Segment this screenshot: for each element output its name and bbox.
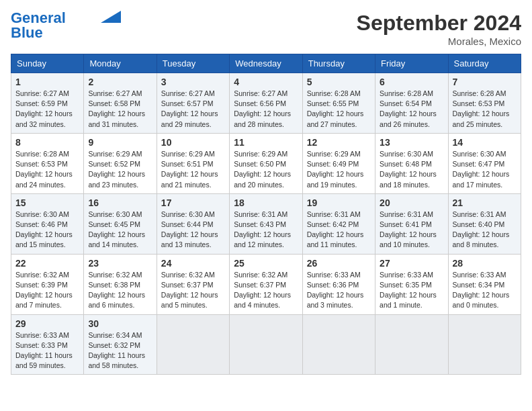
title-area: September 2024 Morales, Mexico [357,11,521,47]
calendar-week-row: 22Sunrise: 6:32 AMSunset: 6:39 PMDayligh… [11,254,521,314]
cell-content: Sunrise: 6:30 AMSunset: 6:44 PMDaylight:… [161,210,225,250]
calendar-day-cell: 23Sunrise: 6:32 AMSunset: 6:38 PMDayligh… [84,254,157,314]
cell-content: Sunrise: 6:33 AMSunset: 6:36 PMDaylight:… [307,270,371,311]
day-number: 24 [161,258,225,269]
day-number: 9 [88,137,152,148]
calendar-day-cell: 14Sunrise: 6:30 AMSunset: 6:47 PMDayligh… [448,133,521,193]
day-number: 11 [234,137,298,148]
calendar-day-cell: 26Sunrise: 6:33 AMSunset: 6:36 PMDayligh… [302,254,375,314]
cell-content: Sunrise: 6:33 AMSunset: 6:34 PMDaylight:… [453,270,517,311]
day-number: 13 [380,137,443,148]
day-number: 22 [15,258,79,269]
calendar-day-cell: 24Sunrise: 6:32 AMSunset: 6:37 PMDayligh… [157,254,229,314]
logo: General Blue [11,11,121,40]
location-title: Morales, Mexico [357,36,521,47]
cell-content: Sunrise: 6:28 AMSunset: 6:55 PMDaylight:… [307,89,371,130]
calendar-day-cell: 3Sunrise: 6:27 AMSunset: 6:57 PMDaylight… [157,73,229,134]
cell-content: Sunrise: 6:29 AMSunset: 6:49 PMDaylight:… [307,149,371,190]
cell-content: Sunrise: 6:32 AMSunset: 6:37 PMDaylight:… [161,270,225,311]
day-number: 23 [88,258,152,269]
calendar-day-cell: 29Sunrise: 6:33 AMSunset: 6:33 PMDayligh… [11,314,84,375]
cell-content: Sunrise: 6:31 AMSunset: 6:41 PMDaylight:… [380,210,443,250]
calendar-day-cell: 22Sunrise: 6:32 AMSunset: 6:39 PMDayligh… [11,254,84,314]
calendar-day-cell: 21Sunrise: 6:31 AMSunset: 6:40 PMDayligh… [448,193,521,254]
col-header-wednesday: Wednesday [230,54,302,73]
col-header-saturday: Saturday [448,54,521,73]
day-number: 2 [88,77,152,87]
cell-content: Sunrise: 6:30 AMSunset: 6:45 PMDaylight:… [88,210,152,250]
calendar-day-cell [157,314,229,375]
cell-content: Sunrise: 6:30 AMSunset: 6:46 PMDaylight:… [15,210,79,250]
page-header: General Blue September 2024 Morales, Mex… [11,11,521,47]
col-header-thursday: Thursday [302,54,375,73]
cell-content: Sunrise: 6:29 AMSunset: 6:52 PMDaylight:… [88,149,152,190]
cell-content: Sunrise: 6:31 AMSunset: 6:40 PMDaylight:… [453,210,517,250]
col-header-friday: Friday [375,54,448,73]
cell-content: Sunrise: 6:28 AMSunset: 6:53 PMDaylight:… [453,89,517,130]
calendar-table: SundayMondayTuesdayWednesdayThursdayFrid… [11,54,521,375]
day-number: 26 [307,258,371,269]
day-number: 21 [453,197,517,208]
calendar-day-cell: 11Sunrise: 6:29 AMSunset: 6:50 PMDayligh… [230,133,302,193]
day-number: 17 [161,197,225,208]
calendar-day-cell: 16Sunrise: 6:30 AMSunset: 6:45 PMDayligh… [84,193,157,254]
day-number: 14 [453,137,517,148]
day-number: 12 [307,137,371,148]
calendar-week-row: 15Sunrise: 6:30 AMSunset: 6:46 PMDayligh… [11,193,521,254]
day-number: 29 [15,318,79,329]
svg-marker-0 [101,11,121,23]
calendar-day-cell: 7Sunrise: 6:28 AMSunset: 6:53 PMDaylight… [448,73,521,134]
col-header-tuesday: Tuesday [157,54,229,73]
day-number: 27 [380,258,443,269]
logo-blue-text: Blue [11,24,43,41]
calendar-day-cell: 2Sunrise: 6:27 AMSunset: 6:58 PMDaylight… [84,73,157,134]
cell-content: Sunrise: 6:27 AMSunset: 6:57 PMDaylight:… [161,89,225,130]
calendar-day-cell: 13Sunrise: 6:30 AMSunset: 6:48 PMDayligh… [375,133,448,193]
col-header-sunday: Sunday [11,54,84,73]
calendar-day-cell: 25Sunrise: 6:32 AMSunset: 6:37 PMDayligh… [230,254,302,314]
cell-content: Sunrise: 6:27 AMSunset: 6:56 PMDaylight:… [234,89,298,130]
logo-text: General [11,11,66,26]
cell-content: Sunrise: 6:30 AMSunset: 6:48 PMDaylight:… [380,149,443,190]
calendar-day-cell: 20Sunrise: 6:31 AMSunset: 6:41 PMDayligh… [375,193,448,254]
calendar-week-row: 29Sunrise: 6:33 AMSunset: 6:33 PMDayligh… [11,314,521,375]
day-number: 28 [453,258,517,269]
day-number: 10 [161,137,225,148]
cell-content: Sunrise: 6:33 AMSunset: 6:33 PMDaylight:… [15,330,79,371]
calendar-week-row: 1Sunrise: 6:27 AMSunset: 6:59 PMDaylight… [11,73,521,134]
calendar-day-cell [375,314,448,375]
cell-content: Sunrise: 6:28 AMSunset: 6:54 PMDaylight:… [380,89,443,130]
calendar-day-cell: 5Sunrise: 6:28 AMSunset: 6:55 PMDaylight… [302,73,375,134]
calendar-day-cell: 30Sunrise: 6:34 AMSunset: 6:32 PMDayligh… [84,314,157,375]
calendar-day-cell: 4Sunrise: 6:27 AMSunset: 6:56 PMDaylight… [230,73,302,134]
calendar-day-cell: 17Sunrise: 6:30 AMSunset: 6:44 PMDayligh… [157,193,229,254]
calendar-day-cell: 8Sunrise: 6:28 AMSunset: 6:53 PMDaylight… [11,133,84,193]
calendar-week-row: 8Sunrise: 6:28 AMSunset: 6:53 PMDaylight… [11,133,521,193]
day-number: 5 [307,77,371,87]
day-number: 16 [88,197,152,208]
day-number: 25 [234,258,298,269]
day-number: 7 [453,77,517,87]
calendar-day-cell: 9Sunrise: 6:29 AMSunset: 6:52 PMDaylight… [84,133,157,193]
cell-content: Sunrise: 6:34 AMSunset: 6:32 PMDaylight:… [88,330,152,371]
calendar-day-cell: 1Sunrise: 6:27 AMSunset: 6:59 PMDaylight… [11,73,84,134]
calendar-day-cell: 10Sunrise: 6:29 AMSunset: 6:51 PMDayligh… [157,133,229,193]
day-number: 19 [307,197,371,208]
day-number: 6 [380,77,443,87]
day-number: 3 [161,77,225,87]
calendar-header-row: SundayMondayTuesdayWednesdayThursdayFrid… [11,54,521,73]
cell-content: Sunrise: 6:32 AMSunset: 6:37 PMDaylight:… [234,270,298,311]
logo-icon [101,11,121,23]
calendar-day-cell [448,314,521,375]
cell-content: Sunrise: 6:27 AMSunset: 6:59 PMDaylight:… [15,89,79,130]
calendar-day-cell: 12Sunrise: 6:29 AMSunset: 6:49 PMDayligh… [302,133,375,193]
calendar-day-cell [302,314,375,375]
cell-content: Sunrise: 6:27 AMSunset: 6:58 PMDaylight:… [88,89,152,130]
month-title: September 2024 [357,11,521,36]
cell-content: Sunrise: 6:29 AMSunset: 6:51 PMDaylight:… [161,149,225,190]
day-number: 15 [15,197,79,208]
cell-content: Sunrise: 6:31 AMSunset: 6:43 PMDaylight:… [234,210,298,250]
cell-content: Sunrise: 6:28 AMSunset: 6:53 PMDaylight:… [15,149,79,190]
cell-content: Sunrise: 6:31 AMSunset: 6:42 PMDaylight:… [307,210,371,250]
calendar-day-cell [230,314,302,375]
